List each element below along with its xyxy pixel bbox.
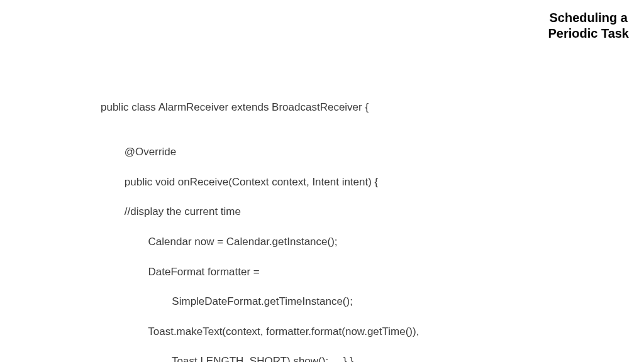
code-line: Calendar now = Calendar.getInstance();	[101, 234, 419, 250]
code-block: public class AlarmReceiver extends Broad…	[101, 85, 419, 362]
title-line-1: Scheduling a	[548, 10, 629, 26]
code-line: //display the current time	[101, 204, 419, 219]
slide-title: Scheduling a Periodic Task	[548, 10, 629, 41]
code-line: public void onReceive(Context context, I…	[101, 175, 419, 190]
code-line: DateFormat formatter =	[101, 265, 419, 280]
code-line: @Override	[101, 145, 419, 160]
code-line: public class AlarmReceiver extends Broad…	[101, 100, 419, 115]
title-line-2: Periodic Task	[548, 26, 629, 41]
code-line: Toast.LENGTH_SHORT).show(); } }	[101, 354, 419, 362]
code-line: Toast.makeText(context, formatter.format…	[101, 324, 419, 339]
code-line: SimpleDateFormat.getTimeInstance();	[101, 294, 419, 309]
